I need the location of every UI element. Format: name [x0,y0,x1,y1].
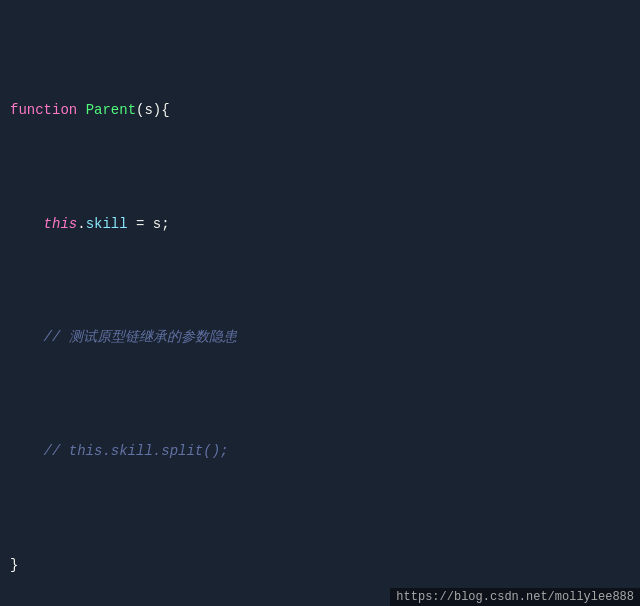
code-line-3: // 测试原型链继承的参数隐患 [0,325,640,349]
code-line-4: // this.skill.split(); [0,439,640,463]
code-line-5: } [0,553,640,577]
code-line-1: function Parent(s){ [0,98,640,122]
url-bar: https://blog.csdn.net/mollylee888 [390,588,640,606]
code-line-2: this.skill = s; [0,212,640,236]
code-block: function Parent(s){ this.skill = s; // 测… [0,0,640,606]
